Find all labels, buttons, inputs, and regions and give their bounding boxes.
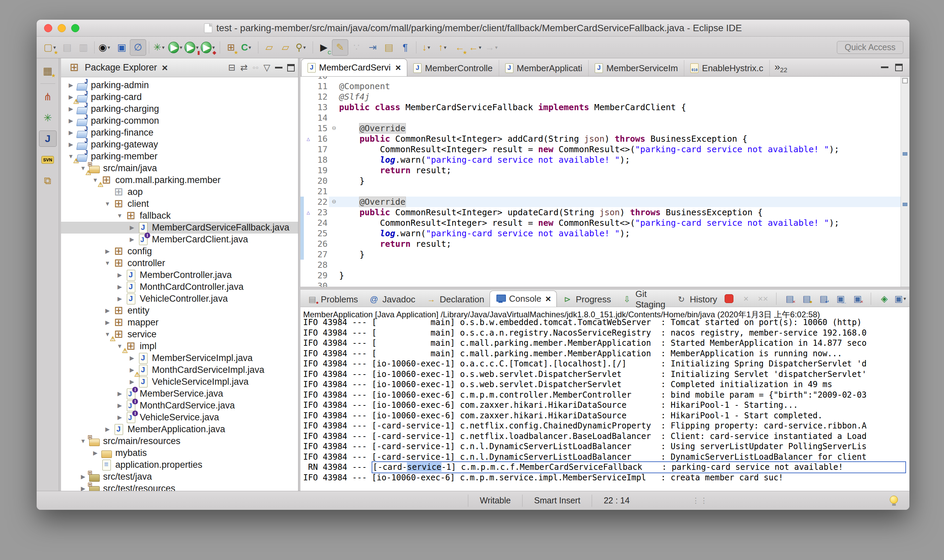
- tree-item-mapper[interactable]: ▶mapper: [61, 317, 298, 328]
- code-editor[interactable]: 1011@Component12@Slf4j13public class Mem…: [300, 77, 909, 287]
- new-wizard-button[interactable]: ▢★▾: [43, 39, 59, 55]
- console-tab-console[interactable]: Console×: [490, 291, 557, 307]
- tree-item-membercardservicefallback-java[interactable]: ▶MemberCardServiceFallback.java: [61, 222, 298, 234]
- tree-expand-arrow-icon[interactable]: ▶: [90, 449, 100, 457]
- tree-expand-arrow-icon[interactable]: ▶: [115, 414, 125, 421]
- tree-expand-arrow-icon[interactable]: ▶: [66, 117, 76, 125]
- display-selected-console-button[interactable]: ▣▾: [895, 292, 908, 305]
- minimize-editor-button[interactable]: [881, 66, 889, 68]
- tree-expand-arrow-icon[interactable]: ▶: [66, 82, 76, 89]
- data-hierarchy-perspective-button[interactable]: ⋔: [39, 88, 57, 105]
- editor-tab-membercontrolle[interactable]: MemberControlle: [407, 60, 499, 76]
- tree-item-membercardclient-java[interactable]: ▶IMemberCardClient.java: [61, 234, 298, 245]
- fold-collapse-icon[interactable]: ⊖: [329, 123, 339, 134]
- tree-item-parking-admin[interactable]: ▶parking-admin: [61, 79, 298, 91]
- console-tab-history[interactable]: ↻History: [671, 292, 722, 307]
- search-flashlight-button[interactable]: ⚲▾: [294, 39, 310, 55]
- editor-console-sash[interactable]: [300, 287, 909, 289]
- back-button[interactable]: ←▾: [468, 39, 484, 55]
- tree-collapse-arrow-icon[interactable]: ▼: [102, 201, 112, 208]
- tree-item-parking-member[interactable]: ▼⚠parking-member: [61, 151, 298, 162]
- open-folder-button[interactable]: ▱: [261, 39, 277, 55]
- clear-console-button[interactable]: ▤×: [783, 292, 796, 305]
- import-folder-button[interactable]: ▱: [277, 39, 294, 55]
- maximize-view-button[interactable]: [287, 64, 295, 72]
- debug-perspective-button[interactable]: ✳: [39, 109, 57, 126]
- editor-tab-memberapplicati[interactable]: MemberApplicati: [499, 60, 589, 76]
- tree-item-vehicleservice-java[interactable]: ▶IVehicleService.java: [61, 412, 298, 423]
- tree-collapse-arrow-icon[interactable]: ▼: [78, 438, 88, 445]
- jump-to-file-button[interactable]: ⇥: [365, 39, 381, 55]
- new-java-project-button[interactable]: ⊞★: [223, 39, 239, 55]
- overview-ruler[interactable]: [901, 77, 909, 287]
- hidden-tabs-indicator[interactable]: »22: [770, 61, 792, 74]
- tree-item-monthcardservice-java[interactable]: ▶IMonthCardService.java: [61, 400, 298, 412]
- tree-item-src-test-resources[interactable]: ▶src/test/resources: [61, 483, 298, 491]
- mark-occurrences-toggle[interactable]: ✎: [332, 39, 348, 55]
- view-menu-button[interactable]: ▽: [263, 62, 270, 73]
- tree-expand-arrow-icon[interactable]: ▶: [115, 402, 125, 409]
- console-tab-javadoc[interactable]: @Javadoc: [363, 292, 421, 307]
- coverage-button[interactable]: ▶▮▾: [185, 39, 201, 55]
- tree-item-application-properties[interactable]: application.properties: [61, 459, 298, 471]
- tree-item-memberservice-java[interactable]: ▶IMemberService.java: [61, 388, 298, 400]
- tree-expand-arrow-icon[interactable]: ▶: [127, 224, 137, 231]
- titlebar[interactable]: test - parking-member/src/main/java/com/…: [37, 20, 909, 37]
- tree-item-client[interactable]: ▼client: [61, 198, 298, 210]
- maximize-editor-button[interactable]: [895, 64, 902, 71]
- show-whitespace-toggle[interactable]: ¶: [397, 39, 413, 55]
- tree-item-mybatis[interactable]: ▶mybatis: [61, 447, 298, 459]
- tree-item-parking-gateway[interactable]: ▶parking-gateway: [61, 138, 298, 151]
- link-with-editor-button[interactable]: ⇄: [240, 62, 248, 73]
- editor-tab-enablehystrix-c[interactable]: EnableHystrix.c: [684, 60, 770, 76]
- last-edit-location-button[interactable]: ←★: [452, 39, 468, 55]
- console-tab-progress[interactable]: ⊳Progress: [557, 292, 616, 307]
- tree-item-fallback[interactable]: ▼fallback: [61, 210, 298, 222]
- checkout-button[interactable]: C▾: [239, 39, 255, 55]
- console-tab-problems[interactable]: ▤●Problems: [302, 292, 363, 307]
- tree-item-config[interactable]: ▶config: [61, 245, 298, 257]
- next-annotation-button[interactable]: ↓▾: [419, 39, 435, 55]
- tree-item-service[interactable]: ▼⚠service: [61, 328, 298, 340]
- outline-button[interactable]: ▤: [381, 39, 397, 55]
- tree-expand-arrow-icon[interactable]: ▶: [127, 355, 137, 362]
- remote-systems-button[interactable]: ▣: [114, 39, 130, 55]
- tree-expand-arrow-icon[interactable]: ▶: [127, 236, 137, 243]
- close-tab-icon[interactable]: ×: [395, 62, 401, 73]
- open-perspective-button[interactable]: ▦★: [39, 62, 57, 78]
- lightbulb-icon[interactable]: [890, 495, 898, 504]
- debug-button[interactable]: ✳▾: [152, 39, 168, 55]
- editor-tab-membercardservi[interactable]: MemberCardServi×: [301, 58, 407, 76]
- pin-console-button[interactable]: ◈: [878, 292, 891, 305]
- tree-item-vehicleserviceimpl-java[interactable]: ▶VehicleServiceImpl.java: [61, 376, 298, 388]
- run-button[interactable]: ▶▾: [168, 39, 185, 55]
- team-sync-perspective-button[interactable]: ⧉: [39, 172, 57, 189]
- tree-expand-arrow-icon[interactable]: ▶: [115, 272, 125, 278]
- zoom-window-button[interactable]: [71, 24, 79, 32]
- overview-ruler-header-icon[interactable]: [902, 78, 908, 83]
- profile-button[interactable]: ▶◆▾: [201, 39, 217, 55]
- quick-access-button[interactable]: Quick Access: [837, 41, 903, 54]
- tree-item-com-mall-parking-member[interactable]: ▼⚠com.mall.parking.member: [61, 174, 298, 186]
- skip-all-breakpoints-toggle[interactable]: ∅: [130, 39, 146, 55]
- minimize-view-button[interactable]: [275, 67, 282, 68]
- tree-expand-arrow-icon[interactable]: ▶: [78, 473, 88, 480]
- tree-item-src-main-java[interactable]: ▼⚠src/main/java: [61, 162, 298, 174]
- tree-item-parking-charging[interactable]: ▶parking-charging: [61, 103, 298, 115]
- overview-mark[interactable]: [902, 152, 907, 155]
- tree-expand-arrow-icon[interactable]: ▶: [115, 295, 125, 302]
- tree-item-src-test-java[interactable]: ▶src/test/java: [61, 471, 298, 483]
- tree-expand-arrow-icon[interactable]: ▶: [102, 426, 112, 433]
- tree-item-parking-common[interactable]: ▶parking-common: [61, 115, 298, 127]
- tree-expand-arrow-icon[interactable]: ▶: [102, 248, 112, 255]
- editor-tab-memberserviceim[interactable]: MemberServiceIm: [589, 60, 684, 76]
- tree-item-memberapplication-java[interactable]: ▶MemberApplication.java: [61, 423, 298, 435]
- tree-item-memberserviceimpl-java[interactable]: ▶MemberServiceImpl.java: [61, 352, 298, 364]
- java-perspective-button[interactable]: J: [39, 131, 57, 147]
- package-explorer-tab[interactable]: Package Explorer ×: [65, 58, 172, 77]
- code-lines[interactable]: 1011@Component12@Slf4j13public class Mem…: [300, 77, 901, 287]
- tree-collapse-arrow-icon[interactable]: ▼: [115, 212, 125, 219]
- tree-item-membercontroller-java[interactable]: ▶MemberController.java: [61, 269, 298, 281]
- console-tab-git-staging[interactable]: ⇩Git Staging: [616, 292, 671, 307]
- tree-expand-arrow-icon[interactable]: ▶: [102, 319, 112, 326]
